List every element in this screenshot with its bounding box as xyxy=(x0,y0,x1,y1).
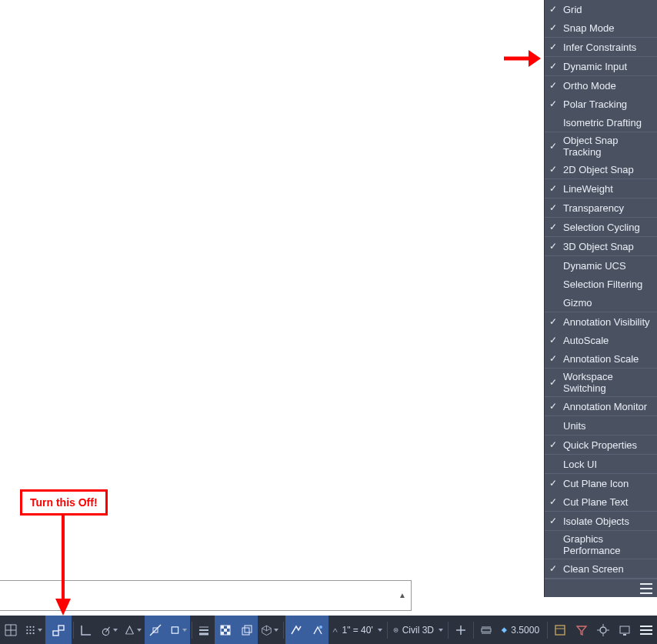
scroll-up-icon[interactable]: ▲ xyxy=(399,591,408,600)
menu-item-clean-screen[interactable]: ✓Clean Screen xyxy=(545,559,657,578)
separator xyxy=(73,622,74,639)
menu-item-object-snap-tracking[interactable]: ✓Object Snap Tracking xyxy=(545,132,657,160)
object-snap-tracking-button[interactable] xyxy=(145,616,166,644)
menu-item-label: AutoScale xyxy=(563,335,652,346)
svg-point-13 xyxy=(26,629,28,630)
cut-plane-text-button[interactable]: 3.5000 xyxy=(497,616,545,644)
annotation-monitor-button[interactable] xyxy=(450,616,472,644)
menu-item-autoscale[interactable]: ✓AutoScale xyxy=(545,331,657,349)
autoscale-button[interactable] xyxy=(307,616,328,644)
snap-mode-button[interactable] xyxy=(22,616,45,644)
menu-item-infer-constraints[interactable]: ✓Infer Constraints xyxy=(545,38,657,56)
menu-item-isometric-drafting[interactable]: ✓Isometric Drafting xyxy=(545,113,657,132)
3d-object-snap-button[interactable] xyxy=(258,616,282,644)
svg-rect-46 xyxy=(482,629,491,632)
checkmark-icon: ✓ xyxy=(548,353,559,364)
menu-item-label: Units xyxy=(563,420,652,432)
lineweight-icon xyxy=(197,623,211,637)
polar-icon xyxy=(100,623,112,637)
menu-item-2d-object-snap[interactable]: ✓2D Object Snap xyxy=(545,160,657,179)
annotation-callout: Turn this Off! xyxy=(20,489,108,516)
menu-item-label: Graphics Performance xyxy=(563,533,652,556)
quickprops-icon xyxy=(553,623,567,637)
menu-item-dynamic-ucs[interactable]: ✓Dynamic UCS xyxy=(545,256,657,275)
hamburger-icon xyxy=(640,626,652,635)
annotation-scale-button[interactable]: 1" = 40' xyxy=(328,616,385,644)
isolate-objects-button[interactable] xyxy=(592,616,614,644)
checkmark-icon: ✓ xyxy=(548,496,559,507)
selection-cycling-button[interactable] xyxy=(236,616,258,644)
menu-item-polar-tracking[interactable]: ✓Polar Tracking xyxy=(545,95,657,113)
svg-marker-3 xyxy=(529,50,541,67)
svg-point-51 xyxy=(600,627,606,633)
infer-constraints-button[interactable] xyxy=(45,616,72,644)
2d-object-snap-button[interactable] xyxy=(166,616,190,644)
menu-item-lineweight[interactable]: ✓LineWeight xyxy=(545,179,657,198)
osnap-track-icon xyxy=(148,623,162,637)
separator xyxy=(547,622,548,639)
checkmark-icon: ✓ xyxy=(548,202,559,213)
menu-item-label: Transparency xyxy=(563,202,652,214)
dropdown-caret-icon xyxy=(439,629,443,632)
menu-item-label: Isometric Drafting xyxy=(563,117,652,128)
menu-item-snap-mode[interactable]: ✓Snap Mode xyxy=(545,18,657,37)
autoscale-icon xyxy=(311,623,325,637)
lineweight-button[interactable] xyxy=(193,616,215,644)
menu-item-3d-object-snap[interactable]: ✓3D Object Snap xyxy=(545,237,657,255)
checkmark-icon: ✓ xyxy=(548,141,559,152)
checkmark-icon: ✓ xyxy=(548,183,559,194)
menu-item-label: Workspace Switching xyxy=(563,371,652,394)
filter-icon xyxy=(575,623,589,637)
command-input-area[interactable]: ▲ xyxy=(0,580,412,611)
svg-point-14 xyxy=(29,629,31,630)
checkmark-icon: ✓ xyxy=(548,42,559,52)
menu-item-dynamic-input[interactable]: ✓Dynamic Input xyxy=(545,57,657,75)
svg-line-24 xyxy=(150,625,161,636)
menu-item-selection-filtering[interactable]: ✓Selection Filtering xyxy=(545,275,657,293)
menu-item-lock-ui[interactable]: ✓Lock UI xyxy=(545,455,657,473)
menu-item-quick-properties[interactable]: ✓Quick Properties xyxy=(545,435,657,454)
cut-plane-icon-button[interactable] xyxy=(475,616,497,644)
menu-item-transparency[interactable]: ✓Transparency xyxy=(545,199,657,217)
osnap-icon xyxy=(169,623,181,637)
clean-screen-button[interactable] xyxy=(614,616,635,644)
menu-item-label: Lock UI xyxy=(563,459,652,470)
workspace-switching-button[interactable]: Civil 3D xyxy=(389,616,446,644)
menu-item-label: Snap Mode xyxy=(563,22,652,34)
polar-tracking-button[interactable] xyxy=(97,616,121,644)
menu-item-label: Object Snap Tracking xyxy=(563,135,652,158)
menu-item-units[interactable]: ✓Units xyxy=(545,416,657,435)
menu-item-annotation-visibility[interactable]: ✓Annotation Visibility xyxy=(545,312,657,331)
customize-menu-button[interactable] xyxy=(635,616,657,644)
svg-line-40 xyxy=(267,628,272,630)
separator xyxy=(283,622,284,639)
menu-collapse-button[interactable] xyxy=(545,579,657,597)
annotation-visibility-button[interactable] xyxy=(285,616,307,644)
menu-item-ortho-mode[interactable]: ✓Ortho Mode xyxy=(545,76,657,95)
separator xyxy=(387,622,388,639)
checkmark-icon: ✓ xyxy=(548,22,559,33)
filter-button[interactable] xyxy=(571,616,592,644)
quick-properties-button[interactable] xyxy=(549,616,571,644)
menu-item-label: Cut Plane Text xyxy=(563,496,652,508)
ortho-mode-button[interactable] xyxy=(75,616,97,644)
menu-item-cut-plane-icon[interactable]: ✓Cut Plane Icon xyxy=(545,474,657,492)
grid-display-button[interactable] xyxy=(0,616,22,644)
checkmark-icon: ✓ xyxy=(548,478,559,489)
svg-point-21 xyxy=(102,629,108,635)
elevation-diamond-icon xyxy=(500,623,509,637)
transparency-button[interactable] xyxy=(215,616,236,644)
menu-item-grid[interactable]: ✓Grid xyxy=(545,0,657,18)
menu-item-cut-plane-text[interactable]: ✓Cut Plane Text xyxy=(545,492,657,511)
menu-item-gizmo[interactable]: ✓Gizmo xyxy=(545,293,657,312)
checkmark-icon: ✓ xyxy=(548,316,559,327)
menu-item-selection-cycling[interactable]: ✓Selection Cycling xyxy=(545,218,657,236)
menu-item-annotation-scale[interactable]: ✓Annotation Scale xyxy=(545,349,657,368)
menu-item-graphics-performance[interactable]: ✓Graphics Performance xyxy=(545,531,657,559)
menu-item-annotation-monitor[interactable]: ✓Annotation Monitor xyxy=(545,397,657,415)
menu-item-isolate-objects[interactable]: ✓Isolate Objects xyxy=(545,512,657,530)
menu-item-workspace-switching[interactable]: ✓Workspace Switching xyxy=(545,369,657,396)
isometric-drafting-button[interactable] xyxy=(121,616,145,644)
separator xyxy=(448,622,449,639)
checkmark-icon: ✓ xyxy=(548,80,559,91)
